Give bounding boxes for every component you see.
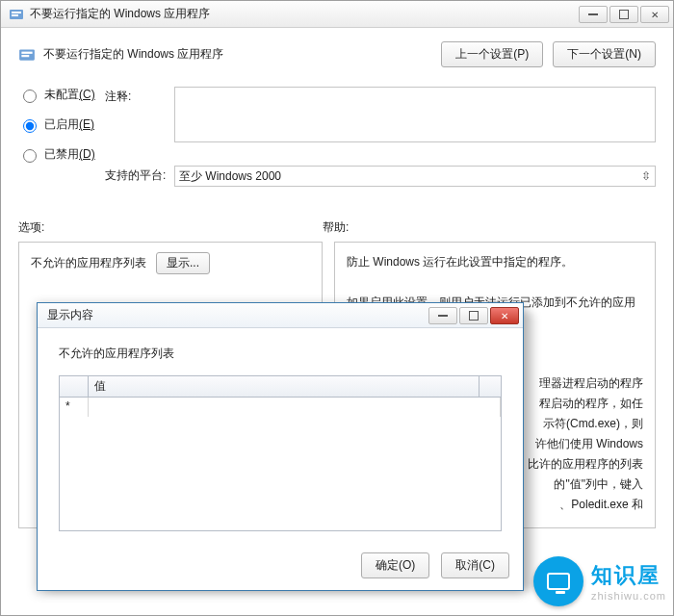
grid-new-row[interactable]: * [60,398,501,417]
watermark-url: zhishiwu.com [591,590,666,602]
prev-setting-button[interactable]: 上一个设置(P) [441,41,543,67]
dialog-maximize-button[interactable] [459,307,488,324]
watermark-text: 知识屋 [591,561,666,590]
svg-rect-1 [12,12,21,13]
new-row-value-cell[interactable] [89,398,501,417]
new-row-marker: * [60,398,89,417]
chevron-updown-icon: ⇳ [641,169,651,183]
policy-title: 不要运行指定的 Windows 应用程序 [43,46,223,63]
dialog-body: 不允许的应用程序列表 值 * [38,328,523,543]
dialog-subtitle: 不允许的应用程序列表 [59,346,502,362]
svg-rect-4 [21,51,32,53]
supported-platform-select[interactable]: 至少 Windows 2000 ⇳ [174,166,656,187]
header-row: 不要运行指定的 Windows 应用程序 上一个设置(P) 下一个设置(N) [18,41,656,67]
watermark-logo-icon [533,556,583,606]
radio-enabled[interactable]: 已启用(E) [18,116,105,133]
svg-rect-5 [21,55,29,57]
comment-textarea[interactable] [174,87,656,142]
cancel-button[interactable]: 取消(C) [441,552,509,578]
comment-label: 注释: [105,87,174,105]
minimize-button[interactable] [579,6,608,23]
next-setting-button[interactable]: 下一个设置(N) [553,41,656,67]
disallowed-list-label: 不允许的应用程序列表 [31,255,146,271]
platform-label: 支持的平台: [105,166,174,184]
config-row: 未配置(C) 已启用(E) 已禁用(D) 注释: 支持的平台: 至少 Windo… [18,87,656,187]
dialog-title: 显示内容 [47,307,428,323]
window-title: 不要运行指定的 Windows 应用程序 [30,6,579,22]
field-column: 注释: 支持的平台: 至少 Windows 2000 ⇳ [105,87,656,187]
watermark: 知识屋 zhishiwu.com [533,556,666,606]
state-radio-group: 未配置(C) 已启用(E) 已禁用(D) [18,87,105,187]
policy-icon [9,7,24,22]
radio-not-configured[interactable]: 未配置(C) [18,87,105,103]
window-controls [579,6,669,23]
ok-button[interactable]: 确定(O) [361,552,429,578]
help-text: 防止 Windows 运行在此设置中指定的程序。 [347,252,643,272]
dialog-titlebar: 显示内容 [38,303,523,328]
close-button[interactable] [640,6,669,23]
help-label: 帮助: [323,219,349,236]
titlebar: 不要运行指定的 Windows 应用程序 [1,1,673,28]
policy-icon [18,46,36,64]
dialog-minimize-button[interactable] [428,307,457,324]
dialog-footer: 确定(O) 取消(C) [38,543,523,590]
svg-rect-2 [12,14,18,16]
radio-disabled[interactable]: 已禁用(D) [18,146,105,163]
platform-value: 至少 Windows 2000 [179,168,281,185]
grid-header: 值 [60,376,501,398]
options-label: 选项: [18,219,323,236]
show-list-button[interactable]: 显示... [156,252,210,274]
maximize-button[interactable] [609,6,638,23]
value-grid[interactable]: 值 * [59,375,502,531]
section-labels: 选项: 帮助: [18,219,656,236]
grid-col-value[interactable]: 值 [89,376,480,397]
grid-col-spacer [480,376,501,397]
show-contents-dialog: 显示内容 不允许的应用程序列表 值 * 确定(O) 取消(C) [37,302,524,591]
dialog-close-button[interactable] [490,307,519,324]
grid-col-rowheader [60,376,89,397]
